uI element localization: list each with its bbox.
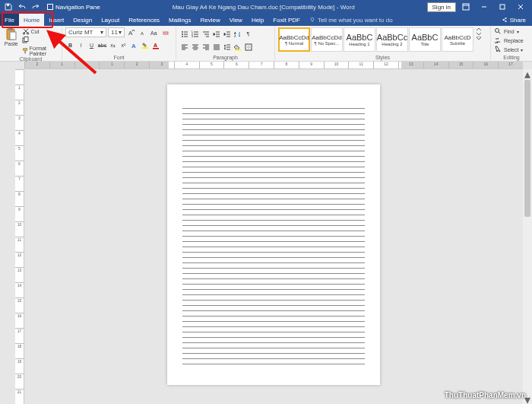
- align-left-button[interactable]: [179, 42, 189, 52]
- borders-button[interactable]: [243, 42, 253, 52]
- justify-button[interactable]: [211, 42, 221, 52]
- chevron-down-icon: [476, 32, 482, 36]
- group-label-editing: Editing: [494, 55, 529, 61]
- scroll-up-icon[interactable]: ▴: [523, 69, 532, 78]
- group-paragraph: 123 AZ ¶ Paragraph: [176, 26, 275, 61]
- svg-text:A: A: [131, 43, 136, 49]
- tell-me-search[interactable]: Tell me what you want to do: [305, 14, 496, 26]
- numbering-button[interactable]: 123: [190, 29, 200, 39]
- vertical-ruler[interactable]: 123456789101112131415161718192021: [15, 69, 24, 404]
- line-spacing-button[interactable]: [222, 42, 232, 52]
- svg-rect-15: [24, 50, 26, 53]
- scroll-thumb[interactable]: [524, 80, 530, 217]
- clear-format-button[interactable]: [160, 27, 170, 37]
- svg-rect-8: [8, 28, 13, 30]
- share-label: Share: [510, 17, 526, 24]
- align-right-button[interactable]: [201, 42, 211, 52]
- chevron-up-icon: [476, 27, 482, 31]
- copy-button[interactable]: Copy: [22, 37, 59, 44]
- navigation-pane-toggle[interactable]: Navigation Pane: [47, 4, 100, 11]
- change-case-button[interactable]: Aa: [149, 27, 159, 37]
- style-subtitle[interactable]: AaBbCcDSubtitle: [442, 27, 473, 52]
- minimize-icon[interactable]: [476, 2, 492, 12]
- cut-icon: [22, 27, 30, 35]
- page-content-lines: [182, 103, 365, 366]
- sort-button[interactable]: AZ: [233, 29, 242, 39]
- vertical-scrollbar[interactable]: ▴ ▾: [523, 69, 532, 404]
- strike-button[interactable]: abc: [97, 40, 107, 50]
- search-icon: [494, 27, 502, 35]
- share-button[interactable]: Share: [496, 14, 532, 26]
- eraser-icon: [162, 29, 169, 37]
- font-color-button[interactable]: A: [150, 40, 160, 50]
- tab-design[interactable]: Design: [68, 14, 97, 26]
- paste-button[interactable]: Paste: [3, 27, 20, 46]
- bold-button[interactable]: B: [65, 40, 75, 50]
- tab-foxit[interactable]: Foxit PDF: [268, 14, 305, 26]
- svg-text:3: 3: [192, 35, 193, 38]
- style-heading1[interactable]: AaBbCHeading 1: [344, 27, 375, 52]
- group-font: Curlz MT▾ 11▾ A A Aa B I U abc x₂ x² A A…: [62, 26, 176, 61]
- replace-icon: ab: [494, 37, 502, 44]
- tab-view[interactable]: View: [225, 14, 247, 26]
- ribbon-options-icon[interactable]: [458, 2, 474, 12]
- format-painter-button[interactable]: Format Painter: [22, 46, 59, 56]
- undo-icon[interactable]: [17, 2, 27, 12]
- multilevel-button[interactable]: [201, 29, 211, 39]
- increase-indent-button[interactable]: [222, 29, 232, 39]
- document-page[interactable]: [167, 84, 380, 385]
- redo-icon[interactable]: [30, 2, 41, 12]
- svg-rect-23: [153, 48, 159, 49]
- style-heading2[interactable]: AaBbCcHeading 2: [376, 27, 408, 52]
- paint-bucket-icon: [234, 43, 242, 51]
- grow-font-button[interactable]: A: [126, 27, 136, 37]
- align-center-button[interactable]: [190, 42, 200, 52]
- paste-icon: [5, 27, 18, 41]
- group-label-styles: Styles: [278, 55, 487, 61]
- sign-in-button[interactable]: Sign in: [427, 2, 456, 12]
- cut-button[interactable]: Cut: [22, 27, 59, 35]
- svg-point-26: [182, 36, 183, 37]
- svg-text:ab: ab: [495, 40, 499, 44]
- subscript-button[interactable]: x₂: [108, 40, 118, 50]
- font-name-combo[interactable]: Curlz MT▾: [65, 27, 106, 37]
- shrink-font-button[interactable]: A: [138, 27, 147, 37]
- underline-button[interactable]: U: [87, 40, 97, 50]
- decrease-indent-button[interactable]: [211, 29, 221, 39]
- tab-insert[interactable]: Insert: [44, 14, 68, 26]
- tab-mailings[interactable]: Mailings: [164, 14, 195, 26]
- group-label-font: Font: [65, 55, 173, 61]
- italic-button[interactable]: I: [76, 40, 86, 50]
- tab-layout[interactable]: Layout: [97, 14, 124, 26]
- close-icon[interactable]: [512, 2, 529, 12]
- horizontal-ruler[interactable]: 211234567891011121314151617: [24, 62, 523, 69]
- style-gallery[interactable]: AaBbCcDd¶ Normal AaBbCcDd¶ No Spac... Aa…: [278, 27, 473, 52]
- group-styles: AaBbCcDd¶ Normal AaBbCcDd¶ No Spac... Aa…: [275, 26, 491, 61]
- save-icon[interactable]: [3, 2, 14, 12]
- style-no-spacing[interactable]: AaBbCcDd¶ No Spac...: [311, 27, 343, 52]
- find-button[interactable]: Find▾: [494, 27, 524, 35]
- style-title[interactable]: AaBbCTitle: [409, 27, 441, 52]
- style-normal[interactable]: AaBbCcDd¶ Normal: [278, 27, 310, 52]
- svg-rect-19: [163, 32, 168, 34]
- font-size-combo[interactable]: 11▾: [108, 27, 125, 37]
- tab-review[interactable]: Review: [195, 14, 224, 26]
- tab-file[interactable]: File: [0, 14, 19, 26]
- superscript-button[interactable]: x²: [119, 40, 128, 50]
- select-button[interactable]: Select▾: [494, 46, 524, 53]
- tab-help[interactable]: Help: [247, 14, 268, 26]
- show-marks-button[interactable]: ¶: [243, 29, 253, 39]
- bullets-button[interactable]: [179, 29, 189, 39]
- shading-button[interactable]: [233, 42, 242, 52]
- share-icon: [502, 17, 508, 23]
- style-gallery-more[interactable]: [476, 27, 483, 40]
- tab-home[interactable]: Home: [19, 14, 44, 26]
- text-effects-button[interactable]: A: [129, 40, 139, 50]
- chevron-down-icon: ▾: [517, 29, 519, 34]
- replace-button[interactable]: abReplace: [494, 37, 524, 44]
- highlight-button[interactable]: [140, 40, 150, 50]
- maximize-icon[interactable]: [494, 2, 511, 12]
- group-editing: Find▾ abReplace Select▾ Editing: [491, 26, 532, 61]
- canvas[interactable]: [24, 69, 523, 404]
- tab-references[interactable]: References: [124, 14, 164, 26]
